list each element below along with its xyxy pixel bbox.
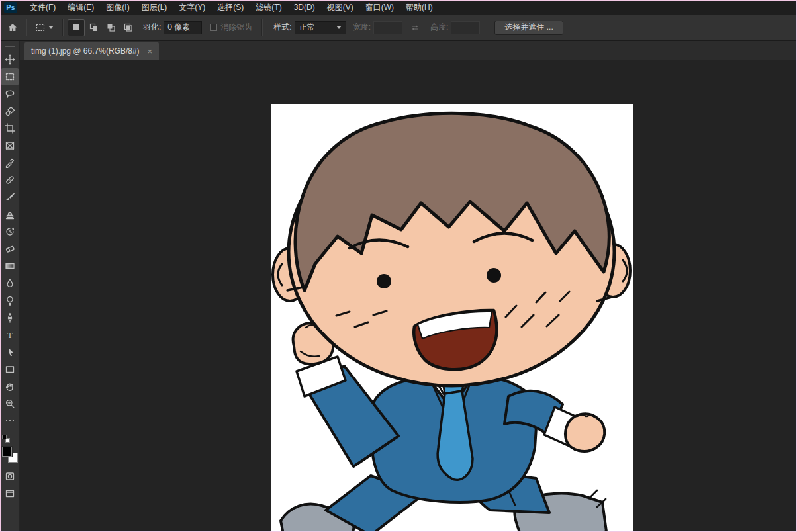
dodge-tool[interactable] (1, 292, 19, 309)
menu-edit[interactable]: 编辑(E) (62, 0, 100, 15)
frame-tool[interactable] (1, 137, 19, 154)
add-to-selection-button[interactable] (85, 19, 102, 36)
clone-stamp-tool[interactable] (1, 206, 19, 223)
height-label: 高度: (430, 22, 448, 33)
eyedropper-tool[interactable] (1, 154, 19, 171)
edit-toolbar-button[interactable] (1, 412, 19, 429)
style-value: 正常 (299, 22, 315, 33)
tool-bar: T (0, 41, 20, 532)
style-select[interactable]: 正常 (295, 21, 346, 34)
anti-alias-label: 消除锯齿 (220, 22, 252, 33)
menu-filter[interactable]: 滤镜(T) (250, 0, 287, 15)
move-tool[interactable] (1, 51, 19, 68)
quick-selection-tool[interactable] (1, 103, 19, 120)
intersect-selection-button[interactable] (119, 19, 136, 36)
width-label: 宽度: (353, 22, 371, 33)
brush-tool[interactable] (1, 189, 19, 206)
tab-close-icon[interactable]: × (148, 47, 153, 56)
select-and-mask-button[interactable]: 选择并遮住 ... (494, 21, 563, 35)
canvas-area[interactable] (20, 60, 797, 532)
rectangle-tool[interactable] (1, 361, 19, 378)
color-swatches (2, 447, 18, 463)
tool-preset-picker[interactable] (31, 19, 58, 36)
chevron-down-icon (48, 26, 54, 29)
document-tab-bar: timg (1).jpg @ 66.7%(RGB/8#) × (20, 41, 797, 60)
menu-type[interactable]: 文字(Y) (173, 0, 211, 15)
crop-tool[interactable] (1, 120, 19, 137)
svg-text:T: T (7, 330, 13, 340)
separator (26, 19, 26, 36)
home-button[interactable] (4, 19, 21, 36)
photoshop-logo-icon: Ps (4, 2, 17, 13)
history-brush-tool[interactable] (1, 223, 19, 240)
default-colors-icon[interactable] (2, 435, 10, 443)
quick-mask-button[interactable] (1, 468, 19, 485)
gradient-tool[interactable] (1, 257, 19, 275)
document-tab-title: timg (1).jpg @ 66.7%(RGB/8#) (31, 46, 140, 56)
lasso-tool[interactable] (1, 85, 19, 103)
menu-image[interactable]: 图像(I) (100, 0, 135, 15)
separator (261, 19, 262, 36)
swap-width-height-icon (406, 19, 424, 36)
feather-input[interactable]: 0 像素 (164, 21, 202, 34)
screen-mode-button[interactable] (1, 485, 19, 502)
separator (62, 19, 63, 36)
subtract-from-selection-button[interactable] (102, 19, 119, 36)
pen-tool[interactable] (1, 309, 19, 326)
menu-layer[interactable]: 图层(L) (136, 0, 173, 15)
options-bar: 羽化: 0 像素 消除锯齿 样式: 正常 宽度: 高度: 选择并遮住 ... (0, 15, 797, 41)
height-input (451, 21, 480, 34)
document-tab[interactable]: timg (1).jpg @ 66.7%(RGB/8#) × (24, 42, 159, 60)
eraser-tool[interactable] (1, 240, 19, 257)
cartoon-boy-running-image (271, 104, 633, 532)
style-label: 样式: (273, 22, 291, 33)
path-selection-tool[interactable] (1, 343, 19, 361)
new-selection-button[interactable] (68, 19, 85, 36)
menu-file[interactable]: 文件(F) (24, 0, 62, 15)
toolbar-grip[interactable] (5, 44, 15, 47)
menu-select[interactable]: 选择(S) (211, 0, 250, 15)
menu-3d[interactable]: 3D(D) (288, 0, 321, 15)
document-canvas[interactable] (271, 104, 633, 532)
chevron-down-icon (336, 26, 342, 29)
menu-window[interactable]: 窗口(W) (359, 0, 400, 15)
type-tool[interactable]: T (1, 326, 19, 343)
menu-view[interactable]: 视图(V) (321, 0, 359, 15)
zoom-tool[interactable] (1, 395, 19, 412)
menu-help[interactable]: 帮助(H) (400, 0, 439, 15)
anti-alias-checkbox[interactable] (210, 24, 217, 31)
blur-tool[interactable] (1, 275, 19, 292)
rectangular-marquee-tool[interactable] (1, 68, 19, 85)
foreground-color-swatch[interactable] (2, 447, 12, 457)
width-input (373, 21, 402, 34)
spot-healing-brush-tool[interactable] (1, 171, 19, 189)
feather-label: 羽化: (143, 22, 161, 33)
hand-tool[interactable] (1, 378, 19, 395)
menu-bar: Ps 文件(F) 编辑(E) 图像(I) 图层(L) 文字(Y) 选择(S) 滤… (0, 0, 797, 15)
